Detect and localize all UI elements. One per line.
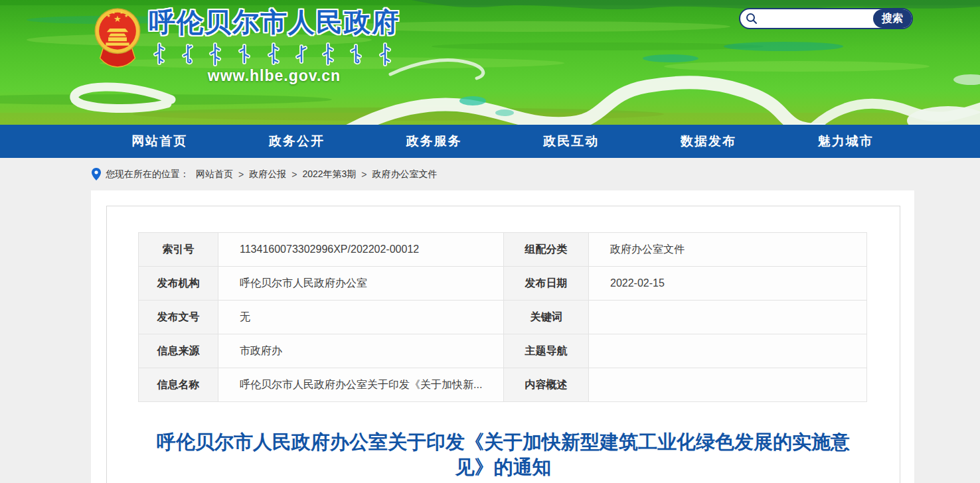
breadcrumb-separator: > <box>361 169 367 180</box>
document-info-table: 索引号 1134160073302996XP/202202-00012 组配分类… <box>138 232 867 402</box>
national-emblem-icon: ★ ★ ★ ★ ★ <box>93 7 142 69</box>
document-container: 索引号 1134160073302996XP/202202-00012 组配分类… <box>106 206 900 483</box>
info-value-source: 市政府办 <box>218 334 504 368</box>
search-input[interactable] <box>762 9 873 28</box>
table-row: 发布机构 呼伦贝尔市人民政府办公室 发布日期 2022-02-15 <box>139 267 867 301</box>
info-label: 发布日期 <box>504 267 589 301</box>
document-title: 呼伦贝尔市人民政府办公室关于印发《关于加快新型建筑工业化绿色发展的实施意见》的通… <box>151 429 855 480</box>
mongolian-script <box>151 42 397 66</box>
info-value-info-name: 呼伦贝尔市人民政府办公室关于印发《关于加快新... <box>218 368 504 402</box>
breadcrumb-category[interactable]: 政府办公室文件 <box>372 169 438 180</box>
nav-item-data[interactable]: 数据发布 <box>640 125 777 158</box>
info-value-publish-date: 2022-02-15 <box>589 267 867 301</box>
nav-item-interaction[interactable]: 政民互动 <box>503 125 640 158</box>
breadcrumb-issue[interactable]: 2022年第3期 <box>302 169 356 180</box>
svg-text:★: ★ <box>124 13 128 18</box>
breadcrumb-separator: > <box>291 169 297 180</box>
search-icon <box>746 13 758 25</box>
table-row: 发布文号 无 关键词 <box>139 301 867 334</box>
info-label: 内容概述 <box>504 368 589 402</box>
svg-text:★: ★ <box>120 10 123 15</box>
site-title[interactable]: 呼伦贝尔市人民政府 <box>147 4 401 40</box>
content-card: 索引号 1134160073302996XP/202202-00012 组配分类… <box>91 190 914 483</box>
info-value-category: 政府办公室文件 <box>589 233 867 267</box>
svg-text:★: ★ <box>107 13 111 18</box>
main-nav: 网站首页 政务公开 政务服务 政民互动 数据发布 魅力城市 <box>0 125 980 158</box>
info-value-issuing-agency: 呼伦贝尔市人民政府办公室 <box>218 267 504 301</box>
nav-item-home[interactable]: 网站首页 <box>91 125 228 158</box>
breadcrumb-home[interactable]: 网站首页 <box>196 169 233 180</box>
nav-item-city[interactable]: 魅力城市 <box>777 125 914 158</box>
location-pin-icon <box>92 168 101 180</box>
table-row: 索引号 1134160073302996XP/202202-00012 组配分类… <box>139 233 867 267</box>
svg-text:★: ★ <box>114 14 122 24</box>
info-label: 发布文号 <box>139 301 218 334</box>
nav-item-gov-affairs[interactable]: 政务公开 <box>228 125 366 158</box>
site-banner: ★ ★ ★ ★ ★ 呼伦贝尔市人民政府 <box>0 0 980 125</box>
table-row: 信息名称 呼伦贝尔市人民政府办公室关于印发《关于加快新... 内容概述 <box>139 368 867 402</box>
info-label: 发布机构 <box>139 267 218 301</box>
table-row: 信息来源 市政府办 主题导航 <box>139 334 867 368</box>
breadcrumb: 您现在所在的位置： 网站首页 > 政府公报 > 2022年第3期 > 政府办公室… <box>0 158 980 190</box>
site-url: www.hlbe.gov.cn <box>147 67 401 85</box>
info-value-index-number: 1134160073302996XP/202202-00012 <box>218 233 504 267</box>
info-value-summary <box>589 368 867 402</box>
info-label: 索引号 <box>139 233 218 267</box>
search-button[interactable]: 搜索 <box>873 9 912 28</box>
info-label: 信息来源 <box>139 334 218 368</box>
svg-text:★: ★ <box>112 10 116 15</box>
breadcrumb-prefix: 您现在所在的位置： <box>106 169 189 180</box>
breadcrumb-separator: > <box>238 169 244 180</box>
info-value-document-number: 无 <box>218 301 504 334</box>
info-label: 信息名称 <box>139 368 218 402</box>
info-label: 组配分类 <box>504 233 589 267</box>
info-value-topic-nav <box>589 334 867 368</box>
breadcrumb-gazette[interactable]: 政府公报 <box>249 169 286 180</box>
nav-item-services[interactable]: 政务服务 <box>365 125 503 158</box>
search-box: 搜索 <box>739 8 913 29</box>
info-label: 关键词 <box>504 301 589 334</box>
info-value-keywords <box>589 301 867 334</box>
info-label: 主题导航 <box>504 334 589 368</box>
